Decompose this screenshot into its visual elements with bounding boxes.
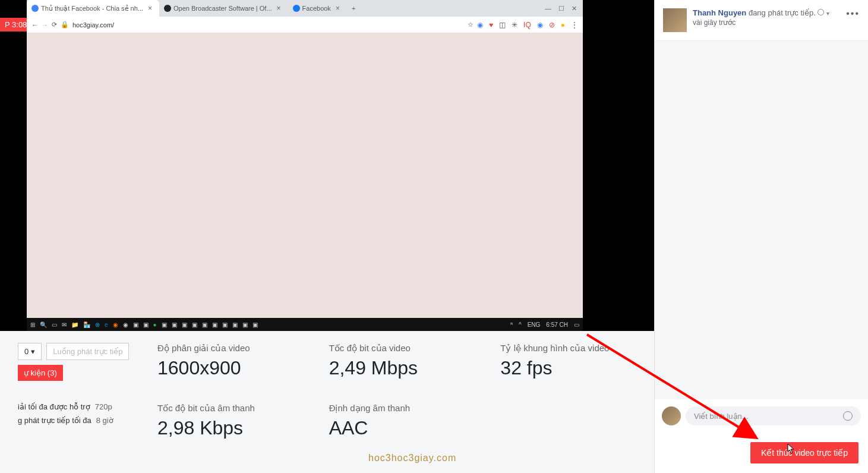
end-live-button[interactable]: Kết thúc video trực tiếp	[750, 442, 858, 463]
ext-icon[interactable]: ⊘	[549, 21, 555, 29]
browser-tab-2[interactable]: Open Broadcaster Software | Of... ×	[159, 0, 288, 17]
app-icon[interactable]: ▣	[212, 321, 217, 328]
ext-icon[interactable]: ✳	[512, 21, 517, 29]
avatar[interactable]	[663, 8, 687, 32]
stat-audio-bitrate: Tốc độ bit của âm thanh 2,98 Kbps	[157, 403, 293, 439]
avatar-small[interactable]	[662, 406, 681, 425]
lock-icon: 🔒	[61, 21, 69, 29]
reload-icon[interactable]: ⟳	[52, 21, 57, 29]
close-button[interactable]: ✕	[572, 5, 577, 12]
chevron-down-icon: ▾	[31, 347, 35, 356]
browser-tab-1[interactable]: Thủ thuật Facebook - Chia sẻ nh... ×	[27, 0, 159, 17]
comments-area	[655, 41, 868, 399]
facebook-sidebar: Thanh Nguyen đang phát trực tiếp. ▾ vài …	[654, 0, 868, 473]
minimize-button[interactable]: —	[545, 5, 551, 12]
stat-audio-format: Định dạng âm thanh AAC	[329, 403, 465, 439]
stats-grid: Độ phân giải của video 1600x900 Tốc độ b…	[157, 343, 636, 439]
ext-icon[interactable]: ◫	[499, 21, 506, 29]
comment-input-row: Viết bình luận...	[655, 399, 868, 433]
window-controls: — ☐ ✕	[539, 5, 583, 12]
author-link[interactable]: Thanh Nguyen	[693, 8, 746, 17]
app-icon[interactable]: ◉	[113, 321, 118, 328]
post-header: Thanh Nguyen đang phát trực tiếp. ▾ vài …	[655, 0, 868, 41]
language-indicator[interactable]: ENG	[528, 321, 541, 328]
tab-close-icon[interactable]: ×	[333, 4, 342, 12]
app-icon[interactable]: ✉	[62, 321, 67, 328]
ext-icon[interactable]: IQ	[523, 21, 531, 29]
count-dropdown[interactable]: 0 ▾	[18, 343, 42, 360]
app-icon[interactable]: ▣	[182, 321, 187, 328]
captured-browser-window: Thủ thuật Facebook - Chia sẻ nh... × Ope…	[27, 0, 583, 331]
video-preview-region: P 3:08 Thủ thuật Facebook - Chia sẻ nh..…	[0, 0, 654, 331]
app-icon[interactable]: ▣	[162, 321, 167, 328]
emoji-icon[interactable]	[843, 411, 853, 421]
notifications-icon[interactable]: ▭	[574, 321, 579, 328]
maximize-button[interactable]: ☐	[558, 5, 564, 12]
app-icon[interactable]: ▣	[143, 321, 149, 328]
app-icon[interactable]: ◉	[123, 321, 128, 328]
browser-page-content	[27, 33, 583, 331]
menu-icon[interactable]: ⋮	[571, 21, 578, 29]
event-button[interactable]: ự kiện (3)	[18, 365, 63, 381]
ext-icon[interactable]: ●	[561, 21, 565, 29]
more-button[interactable]: •••	[846, 8, 860, 19]
app-icon[interactable]: 🏪	[83, 321, 90, 328]
tray-icon[interactable]: ᴿ	[510, 321, 513, 328]
stat-video-bitrate: Tốc độ bit của video 2,49 Mbps	[329, 343, 465, 379]
stream-controls: 0 ▾ Luồng phát trực tiếp ự kiện (3) iải …	[18, 343, 134, 425]
app-icon[interactable]: ▣	[222, 321, 228, 328]
tab-close-icon[interactable]: ×	[146, 4, 154, 12]
tab-favicon-icon	[293, 5, 300, 12]
max-duration-info: g phát trực tiếp tối đa 8 giờ	[18, 416, 134, 425]
privacy-chevron-icon[interactable]: ▾	[826, 10, 829, 17]
stream-stats-panel: 0 ▾ Luồng phát trực tiếp ự kiện (3) iải …	[0, 331, 654, 473]
stat-fps: Tỷ lệ khung hình của video 32 fps	[500, 343, 636, 379]
back-icon[interactable]: ←	[31, 21, 38, 29]
stat-resolution: Độ phân giải của video 1600x900	[157, 343, 293, 379]
ext-icon[interactable]: ◉	[477, 21, 483, 29]
tab-title: Thủ thuật Facebook - Chia sẻ nh...	[41, 5, 143, 12]
tray-icon[interactable]: ^	[519, 321, 522, 328]
max-resolution-info: iải tối đa được hỗ trợ 720p	[18, 402, 134, 411]
ext-icon[interactable]: ◉	[537, 21, 543, 29]
cursor-icon	[786, 443, 796, 455]
tab-favicon-icon	[164, 5, 171, 12]
privacy-globe-icon[interactable]	[818, 9, 824, 15]
star-icon[interactable]: ☆	[468, 21, 474, 29]
status-text: đang phát trực tiếp.	[749, 8, 816, 17]
start-icon[interactable]: ⊞	[30, 321, 35, 328]
browser-tab-3[interactable]: Facebook ×	[288, 0, 347, 17]
clock[interactable]: 6:57 CH	[546, 321, 568, 328]
app-icon[interactable]: ▣	[242, 321, 248, 328]
app-icon[interactable]: ▣	[172, 321, 177, 328]
app-icon[interactable]: ▣	[192, 321, 197, 328]
app-icon[interactable]: ●	[153, 321, 157, 328]
new-tab-button[interactable]: +	[347, 5, 360, 12]
watermark: hoc3hoc3giay.com	[368, 453, 456, 463]
browser-tab-bar: Thủ thuật Facebook - Chia sẻ nh... × Ope…	[27, 0, 583, 17]
timestamp: vài giây trước	[693, 18, 840, 27]
tab-title: Facebook	[302, 5, 331, 12]
app-icon[interactable]: 📁	[71, 321, 78, 328]
tab-close-icon[interactable]: ×	[274, 4, 283, 12]
task-view-icon[interactable]: ▭	[52, 321, 57, 328]
browser-address-bar: ← → ⟳ 🔒 hoc3giay.com/ ☆ ◉ ♥ ◫ ✳ IQ ◉ ⊘ ●…	[27, 17, 583, 33]
app-icon[interactable]: ▣	[133, 321, 138, 328]
url-field[interactable]: hoc3giay.com/	[72, 21, 464, 29]
app-icon[interactable]: ▣	[202, 321, 207, 328]
forward-icon[interactable]: →	[42, 21, 48, 29]
app-icon[interactable]: ▣	[232, 321, 238, 328]
tab-title: Open Broadcaster Software | Of...	[173, 5, 272, 12]
app-icon[interactable]: ⊕	[95, 321, 100, 328]
search-icon[interactable]: 🔍	[40, 321, 47, 328]
comment-input[interactable]: Viết bình luận...	[686, 406, 861, 425]
extension-icons: ◉ ♥ ◫ ✳ IQ ◉ ⊘ ● ⋮	[477, 21, 578, 29]
stream-button[interactable]: Luồng phát trực tiếp	[46, 343, 129, 360]
ext-icon[interactable]: ♥	[489, 21, 493, 29]
tab-favicon-icon	[31, 5, 39, 12]
app-icon[interactable]: e	[105, 321, 108, 328]
app-icon[interactable]: ▣	[252, 321, 258, 328]
end-button-row: Kết thúc video trực tiếp	[655, 433, 868, 473]
windows-taskbar: ⊞ 🔍 ▭ ✉ 📁 🏪 ⊕ e ◉ ◉ ▣ ▣ ● ▣ ▣ ▣ ▣ ▣ ▣ ▣	[27, 318, 583, 331]
